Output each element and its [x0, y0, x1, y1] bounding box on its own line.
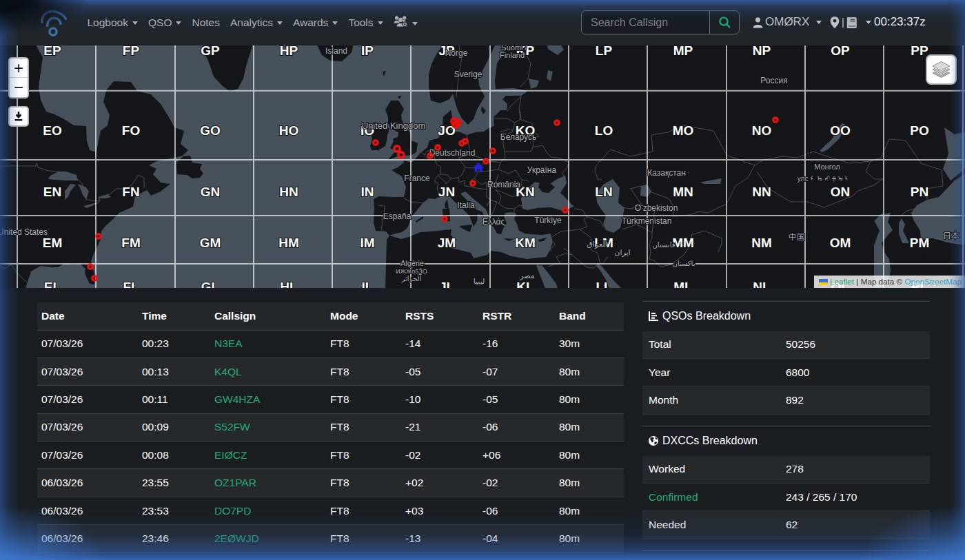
svg-text:GN: GN — [201, 185, 221, 199]
svg-text:HP: HP — [280, 45, 298, 58]
svg-text:NN: NN — [752, 185, 771, 199]
svg-text:улс ᠮᠣᠩᠭᠣᠯ: улс ᠮᠣᠩᠭᠣᠯ — [798, 175, 851, 183]
svg-text:GO: GO — [200, 123, 221, 138]
svg-text:MM: MM — [672, 236, 694, 250]
svg-text:FP: FP — [123, 45, 140, 58]
svg-text:HL: HL — [280, 280, 298, 288]
svg-text:EO: EO — [43, 123, 61, 138]
svg-text:JL: JL — [439, 280, 455, 288]
svg-text:EP: EP — [43, 45, 61, 58]
svg-text:EL: EL — [44, 280, 61, 288]
svg-text:Italia: Italia — [457, 200, 475, 210]
svg-text:OP: OP — [831, 45, 850, 58]
svg-text:日本: 日本 — [943, 231, 959, 240]
svg-text:ON: ON — [831, 185, 851, 199]
svg-text:Монгол: Монгол — [814, 163, 840, 171]
svg-text:France: France — [404, 174, 430, 183]
svg-text:MN: MN — [673, 185, 693, 199]
svg-text:Oʻzbekiston: Oʻzbekiston — [635, 203, 678, 213]
svg-text:IP: IP — [361, 45, 374, 58]
svg-text:HO: HO — [279, 123, 299, 138]
svg-text:FL: FL — [123, 280, 139, 288]
svg-text:United Kingdom: United Kingdom — [362, 121, 426, 131]
svg-text:LO: LO — [595, 123, 613, 138]
svg-text:Türkmenistan: Türkmenistan — [622, 216, 672, 226]
svg-text:PO: PO — [910, 123, 928, 138]
svg-text:NM: NM — [751, 236, 772, 250]
svg-text:FO: FO — [122, 123, 140, 138]
svg-text:Norge: Norge — [445, 48, 468, 58]
svg-text:PM: PM — [910, 236, 930, 250]
svg-text:NL: NL — [753, 280, 771, 288]
svg-text:HM: HM — [278, 236, 299, 250]
svg-text:NP: NP — [753, 45, 771, 58]
svg-text:Island: Island — [325, 46, 347, 56]
svg-text:Україна: Україна — [527, 165, 557, 175]
svg-text:EM: EM — [43, 236, 63, 250]
svg-text:Ελλάς: Ελλάς — [482, 217, 505, 227]
svg-text:HN: HN — [279, 185, 298, 199]
svg-text:România: România — [487, 180, 520, 189]
svg-text:ايران: ايران — [614, 248, 630, 257]
svg-text:KM: KM — [515, 236, 536, 250]
svg-text:Finland: Finland — [500, 51, 525, 59]
svg-text:Türkiye: Türkiye — [534, 216, 562, 225]
svg-text:GM: GM — [200, 236, 221, 250]
svg-text:الجزائر: الجزائر — [401, 275, 422, 282]
svg-text:OM: OM — [830, 236, 851, 250]
svg-text:España: España — [383, 211, 412, 221]
svg-text:JN: JN — [438, 185, 455, 199]
svg-text:فانستان: فانستان — [653, 241, 676, 249]
svg-text:IN: IN — [361, 185, 374, 199]
svg-text:العراق: العراق — [587, 240, 607, 249]
svg-text:LP: LP — [596, 45, 613, 58]
svg-text:Казақстан: Казақстан — [647, 168, 686, 178]
svg-text:ليبيا: ليبيا — [474, 277, 485, 285]
svg-text:GP: GP — [201, 45, 220, 58]
svg-text:ИЖЖо5ѮО: ИЖЖо5ѮО — [396, 268, 427, 275]
svg-text:FN: FN — [122, 185, 139, 199]
svg-text:United States: United States — [0, 227, 48, 237]
svg-text:IL: IL — [362, 280, 374, 288]
svg-text:NO: NO — [752, 123, 772, 138]
svg-text:FM: FM — [121, 236, 140, 250]
svg-text:MO: MO — [673, 123, 694, 138]
svg-text:Algérie: Algérie — [400, 259, 424, 267]
svg-text:PN: PN — [911, 185, 928, 199]
svg-text:Sverige: Sverige — [454, 70, 482, 79]
svg-text:LL: LL — [596, 280, 612, 288]
svg-text:Беларусь: Беларусь — [500, 132, 536, 142]
svg-text:LN: LN — [595, 185, 612, 199]
svg-text:Россия: Россия — [760, 76, 787, 85]
svg-text:KL: KL — [516, 280, 534, 288]
svg-text:باكستان: باكستان — [673, 260, 695, 267]
svg-text:ML: ML — [673, 280, 693, 288]
svg-text:OO: OO — [830, 123, 851, 138]
svg-text:JM: JM — [438, 236, 456, 250]
svg-text:مصر: مصر — [519, 271, 535, 280]
svg-text:EN: EN — [43, 185, 61, 199]
svg-text:MP: MP — [673, 45, 693, 58]
svg-text:IM: IM — [360, 236, 374, 250]
svg-text:GL: GL — [201, 280, 220, 288]
svg-text:PP: PP — [911, 45, 928, 58]
svg-text:中国: 中国 — [789, 232, 805, 242]
